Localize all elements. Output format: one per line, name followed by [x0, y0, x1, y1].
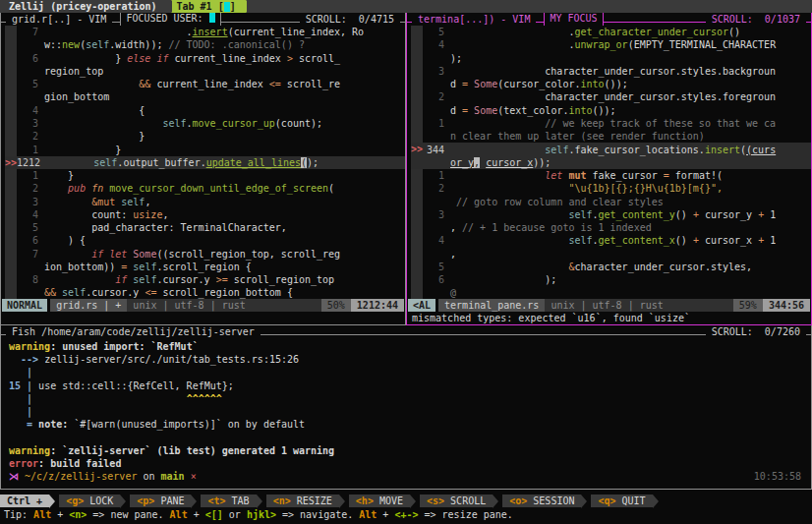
shell-token — [38, 393, 187, 404]
keybar-label: SCROLL — [444, 495, 486, 507]
code-line-text: pad_character: TerminalCharacter, — [44, 222, 287, 233]
line-number: 3 — [423, 209, 444, 220]
sign-column — [411, 261, 423, 273]
keybar-binding-lock: <g> LOCK — [59, 495, 120, 507]
code-token: () — [675, 235, 693, 246]
tip-token: + — [377, 509, 394, 520]
sign-column — [5, 117, 17, 130]
pane-grid-rs[interactable]: grid.r[..] - VIM FOCUSED USER: SCROLL: 0… — [0, 13, 406, 325]
code-row: , — [411, 248, 811, 261]
code-token — [450, 183, 568, 194]
code-token: ) { — [44, 235, 86, 246]
code-row: 3 self.move_cursor_up(count); — [5, 117, 405, 130]
shell-line: error: build failed — [9, 457, 811, 470]
code-token: format!( — [669, 170, 723, 181]
code-token: if — [115, 274, 127, 285]
shell-token: main — [161, 471, 191, 482]
keybar-arrow — [49, 495, 55, 508]
code-token — [450, 209, 568, 220]
code-line-text: } — [44, 170, 74, 181]
code-token: w:: — [44, 39, 62, 50]
vim-buffer-grid-rs[interactable]: 7 .insert(current_line_index, Row::new(s… — [1, 26, 405, 299]
code-line-text: if self.cursor.y >= scroll_region_top — [44, 274, 334, 285]
vim-file-meta: unix | utf-8 | rust — [127, 299, 320, 312]
code-token: { — [44, 105, 145, 116]
code-token — [44, 197, 91, 207]
code-token: self — [93, 157, 117, 168]
code-token: } — [44, 145, 121, 155]
pane-fish-shell[interactable]: Fish /home/aram/code/zellij/zellij-serve… — [0, 325, 812, 490]
tip-token: Alt — [33, 509, 51, 520]
code-token: move_cursor_up — [193, 118, 275, 129]
tip-token: => new pane. — [87, 509, 169, 520]
sign-column — [5, 52, 17, 65]
line-number: 2 — [17, 131, 38, 142]
sign-column — [411, 273, 423, 286]
code-line-text: region_top — [44, 66, 103, 77]
keybar-key: <p> — [137, 495, 154, 507]
code-line-text: count: usize, — [44, 209, 168, 220]
tip-token: + — [188, 509, 205, 520]
code-row: 8 if self.cursor.y >= scroll_region_top — [5, 273, 405, 286]
code-token: self — [62, 287, 86, 298]
sign-column — [411, 117, 423, 130]
code-token: new — [62, 39, 80, 50]
code-token: current_line_index — [168, 53, 286, 64]
code-token: ( — [328, 183, 334, 194]
code-row: 7 .insert(current_line_index, Ro — [5, 26, 405, 38]
focused-user-indicator: FOCUSED USER: — [120, 13, 220, 26]
line-number-gutter: 2 — [5, 130, 44, 143]
code-token: , — [450, 249, 456, 260]
shell-line-text: warning: `zellij-server` (lib test) gene… — [9, 445, 334, 456]
code-row: 5 &character_under_cursor.styles, — [411, 261, 811, 273]
tip-token: <[] — [205, 509, 223, 520]
vim-buffer-terminal-pane-rs[interactable]: 5 .get_character_under_cursor()4 .unwrap… — [407, 26, 811, 299]
code-token: current_line_index — [150, 79, 268, 89]
code-token: count: — [44, 209, 133, 220]
code-row: d = Some(cursor_color.into()); — [411, 78, 811, 90]
shell-line-text: --> zellij-server/src/./unit/tab_tests.r… — [9, 354, 299, 365]
code-line-text: } else if current_line_index > scroll_ — [44, 53, 340, 64]
my-focus-indicator: MY FOCUS — [544, 13, 603, 26]
code-token: unwrap_or — [574, 39, 627, 50]
code-line-text: let mut fake_cursor = format!( — [450, 170, 723, 181]
code-token: <= — [145, 287, 156, 298]
code-row: region_top — [5, 65, 405, 78]
line-number: 2 — [423, 183, 444, 194]
sign-column — [5, 169, 17, 182]
pane-terminal-pane-rs[interactable]: termina[...]) - VIM MY FOCUS SCROLL: 0/1… — [406, 13, 812, 325]
prompt-clock: 10:53:58 — [754, 471, 811, 482]
code-token — [44, 27, 187, 37]
keybar-label: MOVE — [374, 495, 403, 507]
current-line-row: >>344 self.fake_cursor_locations.insert(… — [411, 143, 811, 155]
tip-token: or — [223, 509, 247, 520]
line-number-gutter — [411, 195, 450, 207]
shell-token: 15 | — [9, 380, 38, 391]
shell-line: | ^^^^^^ — [9, 392, 811, 405]
vim-filename: grid.rs | + — [50, 299, 127, 312]
shell-line-text: error: build failed — [9, 458, 121, 469]
code-row: @ — [411, 286, 811, 299]
keybar-key: <q> — [598, 495, 615, 507]
line-number-gutter: 2 — [411, 182, 450, 195]
shell-token: : `zellij-server` (lib test) generated 1… — [50, 445, 334, 456]
line-number-gutter — [5, 65, 44, 78]
code-token: self — [133, 262, 156, 272]
shell-token: warning — [9, 341, 50, 352]
sign-column — [411, 38, 423, 51]
shell-token: on — [143, 471, 160, 482]
sign-column — [5, 195, 17, 207]
code-token: self — [568, 209, 592, 220]
code-token: scroll_ — [293, 53, 340, 64]
code-row: 5 && current_line_index <= scroll_re — [5, 78, 405, 90]
shell-output[interactable]: warning: unused import: `RefMut` --> zel… — [1, 338, 811, 489]
code-token: Some — [133, 249, 156, 260]
sign-column — [411, 65, 423, 78]
code-row: && self.cursor.y <= scroll_region_bottom… — [5, 286, 405, 299]
shell-token: × — [191, 471, 197, 482]
sign-column — [5, 182, 17, 195]
shell-token: ^^^^^^ — [187, 393, 222, 404]
code-line-text: self.get_content_x() + cursor_x + 1 — [450, 235, 776, 246]
sign-column — [411, 104, 423, 117]
tab-1[interactable]: Tab #1 [] — [172, 0, 241, 13]
